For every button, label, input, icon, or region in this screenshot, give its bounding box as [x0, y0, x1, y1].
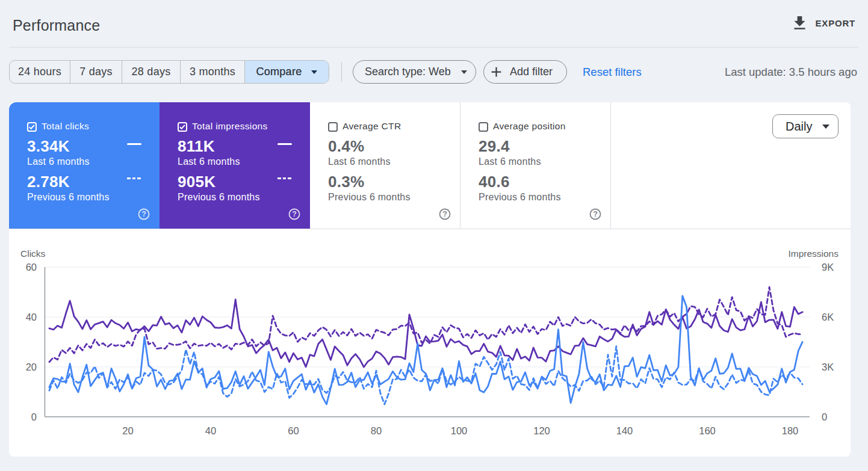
svg-text:140: 140 [616, 425, 633, 436]
svg-text:0: 0 [31, 411, 37, 422]
svg-text:?: ? [593, 210, 598, 218]
svg-text:6K: 6K [822, 312, 834, 322]
svg-text:0: 0 [822, 411, 827, 422]
svg-text:100: 100 [451, 425, 468, 436]
svg-text:3K: 3K [822, 362, 834, 372]
svg-text:160: 160 [699, 425, 716, 436]
svg-text:40: 40 [26, 312, 37, 322]
svg-text:180: 180 [782, 425, 799, 436]
svg-text:80: 80 [371, 425, 382, 436]
svg-text:60: 60 [288, 425, 299, 436]
svg-text:120: 120 [533, 425, 550, 436]
svg-text:Impressions: Impressions [788, 248, 839, 259]
svg-text:?: ? [292, 210, 297, 218]
svg-text:40: 40 [205, 425, 216, 436]
svg-text:20: 20 [122, 425, 133, 436]
svg-text:20: 20 [26, 362, 37, 372]
svg-text:?: ? [141, 210, 146, 218]
svg-text:9K: 9K [822, 262, 834, 272]
svg-text:Clicks: Clicks [20, 248, 46, 259]
svg-text:60: 60 [26, 262, 37, 272]
svg-text:?: ? [442, 210, 447, 218]
